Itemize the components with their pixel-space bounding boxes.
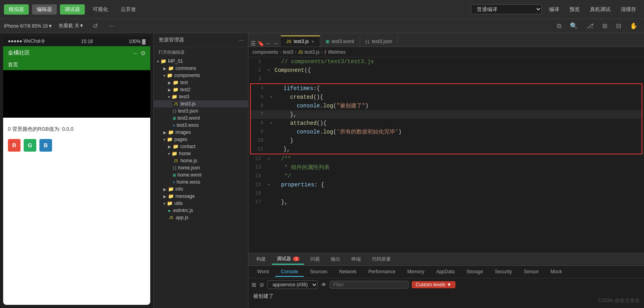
file-app-js[interactable]: JS app.js	[154, 214, 248, 221]
toolbar-btn-debugger[interactable]: 调试器	[60, 4, 85, 15]
breadcrumb-components[interactable]: components	[252, 49, 278, 55]
custom-levels-button[interactable]: Custom levels ▼	[412, 281, 455, 288]
phone-camera-icon[interactable]: ⊙	[141, 50, 146, 56]
navigate-forward-icon[interactable]: →	[273, 40, 278, 47]
navigate-back-icon[interactable]: ←	[266, 40, 271, 47]
folder-components[interactable]: ▾ 📁 components	[154, 72, 248, 79]
folder-home[interactable]: ▾ 📁 home	[154, 150, 248, 157]
b-button[interactable]: B	[39, 139, 52, 152]
folder-test3[interactable]: ▾ 📁 test3	[154, 93, 248, 100]
devtool-tab-memory[interactable]: Memory	[402, 267, 430, 277]
file-tree-root[interactable]: ▾ 📁 MP_01	[154, 58, 248, 65]
layout-icon[interactable]: ⊟	[614, 21, 623, 30]
branch-icon[interactable]: ⎇	[584, 21, 596, 30]
devtools-clear-icon[interactable]: ⊘	[259, 282, 264, 288]
devtool-tab-security[interactable]: Security	[489, 267, 517, 277]
hot-reload-toggle[interactable]: 热重载 关▼	[59, 23, 84, 29]
home-wxss-label: home.wxss	[177, 179, 200, 185]
copy-icon[interactable]: ⧉	[554, 22, 564, 30]
hand-icon[interactable]: ✋	[627, 21, 640, 30]
file-test3-wxml[interactable]: ⊞ test3.wxml	[154, 115, 248, 122]
devtool-tab-network[interactable]: Network	[334, 267, 362, 277]
appservice-select[interactable]: appservice (#36)	[267, 280, 318, 289]
g-button[interactable]: G	[24, 139, 36, 152]
refresh-icon[interactable]: ↺	[90, 21, 100, 30]
compile-button[interactable]: 编译	[545, 4, 563, 15]
folder-test2[interactable]: ▶ 📁 test2	[154, 86, 248, 93]
bookmark-icon[interactable]: 🔖	[258, 40, 264, 47]
more-options-icon[interactable]: ···	[106, 22, 116, 30]
commons-folder-icon: 📁	[168, 66, 174, 71]
file-test3-json[interactable]: {·} test3.json	[154, 107, 248, 115]
breadcrumb-test3-js[interactable]: test3.js	[304, 49, 319, 55]
devtool-tab-performance[interactable]: Performance	[363, 267, 401, 277]
line-content-14: */	[273, 172, 644, 180]
line-content-9: console.log('所有的数据初始化完毕')	[275, 128, 642, 136]
file-home-wxss[interactable]: ≡ home.wxss	[154, 178, 248, 186]
line-arrow-2[interactable]: ▾	[267, 66, 273, 75]
tab-test3-wxml-label: test3.wxml	[332, 39, 354, 44]
real-debug-button[interactable]: 真机调试	[586, 4, 614, 15]
tab-terminal[interactable]: 终端	[347, 254, 366, 264]
tab-test3-wxml[interactable]: ⊞ test3.wxml	[320, 36, 360, 47]
tab-test3-js[interactable]: JS test3.js ✕	[281, 36, 320, 47]
breadcrumb-test3[interactable]: test3	[283, 49, 293, 55]
editor-panel-icon[interactable]: ☰	[251, 40, 256, 47]
tab-issues[interactable]: 问题	[306, 254, 325, 264]
phone-nav[interactable]: 首页	[3, 60, 150, 70]
devtools-dock-icon[interactable]: ⊞	[252, 282, 256, 288]
folder-info[interactable]: ▶ 📁 info	[154, 186, 248, 193]
folder-commons[interactable]: ▶ 📁 commons	[154, 65, 248, 72]
tab-build[interactable]: 构建	[252, 254, 271, 264]
toolbar-btn-visual[interactable]: 可视化	[88, 4, 113, 15]
tab-code-quality[interactable]: 代码质量	[367, 254, 396, 264]
device-selector[interactable]: iPhone 6/7/8 85% 16▼	[4, 23, 52, 29]
toolbar-btn-simulator[interactable]: 模拟器	[4, 4, 29, 15]
file-home-js[interactable]: JS home.js	[154, 157, 248, 164]
code-area[interactable]: 1 // components/test3/test3.js 2 ▾ Compo…	[248, 57, 644, 253]
phone-frame: ●●●●● WeChat令 15:18 100% ▓ 金橘社区 ··· ⊙ 首页…	[3, 36, 150, 305]
folder-images[interactable]: ▶ 📁 images	[154, 129, 248, 136]
breadcrumb-lifetimes[interactable]: lifetimes	[328, 49, 345, 55]
eye-icon[interactable]: 👁	[321, 282, 327, 288]
devtool-tab-wxml[interactable]: Wxml	[252, 267, 274, 277]
devtool-tab-sensor[interactable]: Sensor	[518, 267, 544, 277]
tab-test3-js-close[interactable]: ✕	[311, 39, 314, 44]
r-button[interactable]: R	[8, 139, 21, 152]
search-icon[interactable]: 🔍	[567, 21, 580, 30]
file-test3-js[interactable]: JS test3.js	[154, 100, 248, 107]
file-home-wxml[interactable]: ⊞ home.wxml	[154, 171, 248, 178]
line-arrow-12[interactable]: ▾	[267, 154, 273, 163]
code-line-4: 4 lifetimes:{	[251, 84, 642, 93]
tab-test3-json[interactable]: {·} test3.json	[360, 36, 398, 47]
preview-button[interactable]: 预览	[566, 4, 584, 15]
devtool-tab-storage[interactable]: Storage	[461, 267, 489, 277]
file-tree-menu[interactable]: ···	[239, 37, 243, 43]
devtool-tab-sources[interactable]: Sources	[304, 267, 333, 277]
folder-pages[interactable]: ▾ 📁 pages	[154, 136, 248, 143]
devtool-tab-mock[interactable]: Mock	[545, 267, 567, 277]
clear-cache-button[interactable]: 清缓存	[617, 4, 640, 15]
toolbar-btn-cloud[interactable]: 云开发	[116, 4, 141, 15]
file-eslintrc[interactable]: ● .eslintrc.js	[154, 207, 248, 214]
folder-contact[interactable]: ▶ 📁 contact	[154, 143, 248, 150]
tab-output[interactable]: 输出	[326, 254, 345, 264]
devtool-tab-console[interactable]: Console	[275, 267, 304, 277]
filter-input[interactable]	[330, 281, 409, 289]
line-arrow-5[interactable]: ▾	[270, 93, 275, 101]
toolbar-btn-editor[interactable]: 编辑器	[32, 4, 57, 15]
phone-menu-dots[interactable]: ···	[133, 50, 138, 56]
line-num-15: 15	[248, 180, 267, 189]
file-home-json[interactable]: {·} home.json	[154, 164, 248, 171]
folder-test[interactable]: ▶ 📁 test	[154, 79, 248, 86]
line-arrow-15[interactable]: ▾	[267, 180, 273, 189]
grid-icon[interactable]: ⊞	[600, 21, 610, 30]
console-output: 被创建了	[248, 291, 644, 308]
tab-debugger[interactable]: 调试器 1	[272, 254, 304, 265]
folder-utils[interactable]: ▾ 📁 utils	[154, 200, 248, 207]
folder-message[interactable]: ▶ 📁 message	[154, 193, 248, 200]
line-arrow-8[interactable]: ▾	[270, 119, 275, 128]
file-test3-wxss[interactable]: ≡ test3.wxss	[154, 122, 248, 129]
compile-mode-select[interactable]: 普通编译	[471, 4, 542, 14]
devtool-tab-appdata[interactable]: AppData	[431, 267, 460, 277]
